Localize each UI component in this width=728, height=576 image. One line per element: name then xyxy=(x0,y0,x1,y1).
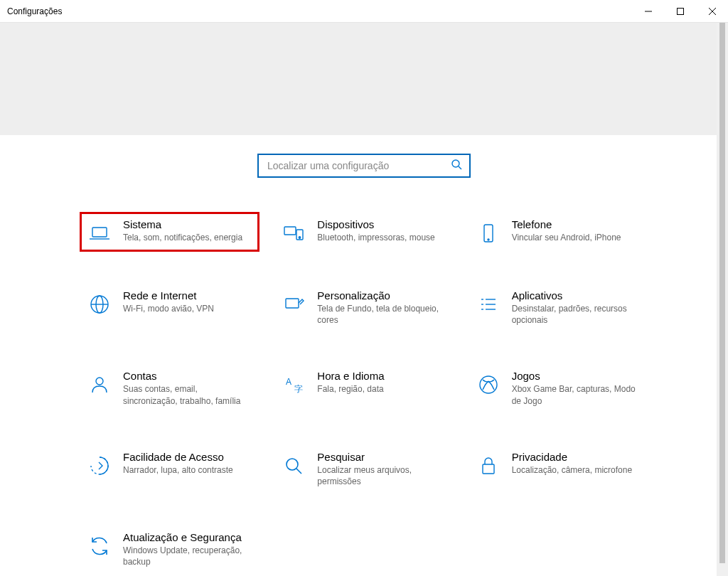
category-title: Aplicativos xyxy=(512,289,641,302)
category-search[interactable]: Pesquisar Localizar meus arquivos, permi… xyxy=(274,444,454,494)
titlebar: Configurações xyxy=(0,0,728,23)
category-title: Hora e Idioma xyxy=(317,370,446,382)
category-text: Hora e Idioma Fala, região, data xyxy=(317,370,446,395)
phone-icon xyxy=(476,221,500,245)
category-title: Jogos xyxy=(512,370,641,382)
category-title: Personalização xyxy=(317,289,446,302)
svg-text:A: A xyxy=(286,377,291,387)
person-icon xyxy=(87,373,112,397)
category-desc: Localização, câmera, microfone xyxy=(512,464,641,476)
category-text: Privacidade Localização, câmera, microfo… xyxy=(512,451,641,476)
paint-icon xyxy=(282,292,306,316)
category-network[interactable]: Rede e Internet Wi-Fi, modo avião, VPN xyxy=(80,283,259,332)
category-title: Telefone xyxy=(512,218,641,230)
svg-rect-16 xyxy=(286,299,299,308)
svg-rect-1 xyxy=(677,8,683,14)
window-title: Configurações xyxy=(0,6,62,16)
category-desc: Desinstalar, padrões, recursos opcionais xyxy=(512,303,641,326)
svg-rect-29 xyxy=(483,464,494,474)
svg-line-5 xyxy=(459,166,461,169)
maximize-button[interactable] xyxy=(664,0,696,22)
category-text: Rede e Internet Wi-Fi, modo avião, VPN xyxy=(123,289,252,314)
svg-point-12 xyxy=(488,239,489,240)
category-text: Aplicativos Desinstalar, padrões, recurs… xyxy=(512,289,641,326)
category-text: Facilidade de Acesso Narrador, lupa, alt… xyxy=(123,451,252,476)
category-title: Sistema xyxy=(123,218,252,230)
scrollbar-thumb[interactable] xyxy=(719,23,725,563)
category-text: Personalização Tela de Fundo, tela de bl… xyxy=(317,289,446,326)
category-apps[interactable]: Aplicativos Desinstalar, padrões, recurs… xyxy=(469,283,648,332)
category-desc: Tela de Fundo, tela de bloqueio, cores xyxy=(317,303,446,326)
svg-rect-8 xyxy=(284,227,296,235)
category-accounts[interactable]: Contas Suas contas, email, sincronização… xyxy=(80,363,259,412)
search-wrap xyxy=(0,135,728,212)
svg-text:字: 字 xyxy=(294,384,303,394)
category-title: Rede e Internet xyxy=(123,289,252,302)
scrollbar[interactable] xyxy=(717,23,728,576)
category-desc: Wi-Fi, modo avião, VPN xyxy=(123,303,252,314)
category-text: Sistema Tela, som, notificações, energia xyxy=(123,218,252,243)
category-desc: Fala, região, data xyxy=(317,383,446,395)
category-title: Pesquisar xyxy=(317,451,446,463)
ease-icon xyxy=(87,454,112,478)
category-text: Contas Suas contas, email, sincronização… xyxy=(123,370,252,406)
devices-icon xyxy=(282,221,306,245)
window-controls xyxy=(632,0,728,22)
svg-line-28 xyxy=(296,469,301,474)
category-title: Dispositivos xyxy=(317,218,446,230)
categories-grid: Sistema Tela, som, notificações, energia… xyxy=(0,212,728,576)
category-privacy[interactable]: Privacidade Localização, câmera, microfo… xyxy=(469,444,648,494)
svg-point-26 xyxy=(480,376,497,393)
category-desc: Localizar meus arquivos, permissões xyxy=(317,464,446,487)
svg-point-23 xyxy=(96,378,103,385)
header-band xyxy=(0,23,728,135)
close-button[interactable] xyxy=(696,0,728,22)
category-desc: Narrador, lupa, alto contraste xyxy=(123,464,252,476)
category-title: Privacidade xyxy=(512,451,641,463)
close-icon xyxy=(709,8,716,15)
category-personalization[interactable]: Personalização Tela de Fundo, tela de bl… xyxy=(274,283,454,332)
category-desc: Bluetooth, impressoras, mouse xyxy=(317,232,446,243)
svg-point-10 xyxy=(299,237,301,238)
category-devices[interactable]: Dispositivos Bluetooth, impressoras, mou… xyxy=(274,212,454,252)
category-desc: Windows Update, recuperação, backup xyxy=(123,545,252,567)
category-phone[interactable]: Telefone Vincular seu Android, iPhone xyxy=(469,212,648,252)
xbox-icon xyxy=(476,373,500,397)
category-desc: Vincular seu Android, iPhone xyxy=(512,232,641,243)
maximize-icon xyxy=(677,8,684,15)
time-language-icon: A字 xyxy=(282,373,306,397)
category-text: Atualização e Segurança Windows Update, … xyxy=(123,531,252,567)
category-gaming[interactable]: Jogos Xbox Game Bar, capturas, Modo de J… xyxy=(469,363,648,412)
magnifier-icon xyxy=(282,454,306,478)
svg-point-4 xyxy=(452,160,459,167)
laptop-icon xyxy=(87,221,112,245)
category-time-language[interactable]: A字 Hora e Idioma Fala, região, data xyxy=(274,363,454,412)
category-desc: Tela, som, notificações, energia xyxy=(123,232,252,243)
search-icon xyxy=(451,159,462,173)
category-text: Pesquisar Localizar meus arquivos, permi… xyxy=(317,451,446,487)
category-title: Contas xyxy=(123,370,252,382)
search-input[interactable] xyxy=(266,159,451,172)
category-desc: Xbox Game Bar, capturas, Modo de Jogo xyxy=(512,383,641,406)
lock-icon xyxy=(476,454,500,478)
category-update-security[interactable]: Atualização e Segurança Windows Update, … xyxy=(80,525,259,574)
minimize-icon xyxy=(645,8,652,15)
svg-point-27 xyxy=(287,459,298,470)
content: Sistema Tela, som, notificações, energia… xyxy=(0,135,728,576)
category-title: Atualização e Segurança xyxy=(123,531,252,543)
svg-rect-6 xyxy=(92,228,107,237)
search-box[interactable] xyxy=(257,154,471,178)
category-ease-of-access[interactable]: Facilidade de Acesso Narrador, lupa, alt… xyxy=(80,444,259,494)
minimize-button[interactable] xyxy=(632,0,664,22)
category-system[interactable]: Sistema Tela, som, notificações, energia xyxy=(80,212,259,252)
category-text: Dispositivos Bluetooth, impressoras, mou… xyxy=(317,218,446,243)
globe-icon xyxy=(87,292,112,316)
category-text: Jogos Xbox Game Bar, capturas, Modo de J… xyxy=(512,370,641,406)
category-desc: Suas contas, email, sincronização, traba… xyxy=(123,383,252,406)
update-icon xyxy=(87,534,112,558)
category-text: Telefone Vincular seu Android, iPhone xyxy=(512,218,641,243)
apps-icon xyxy=(476,292,500,316)
category-title: Facilidade de Acesso xyxy=(123,451,252,463)
